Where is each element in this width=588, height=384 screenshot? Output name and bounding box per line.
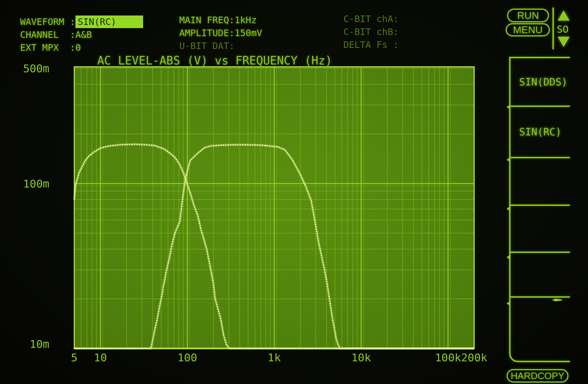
hardcopy-button[interactable]: HARDCOPY xyxy=(507,369,568,383)
run-button[interactable]: RUN xyxy=(507,9,549,22)
scroll-down-icon[interactable] xyxy=(558,37,570,47)
x-tick-label: 100 xyxy=(178,351,197,364)
softkey-empty-4[interactable] xyxy=(511,204,570,252)
softkey-menu: SIN(DDS)SIN(RC) xyxy=(509,57,570,362)
y-tick-label: 100m xyxy=(23,178,49,190)
softkey-empty-3[interactable] xyxy=(511,157,570,204)
softkey-empty-5[interactable] xyxy=(511,252,570,296)
scroll-separator-line xyxy=(552,7,554,49)
x-tick-label: 200k xyxy=(461,351,487,364)
x-tick-labels: 5101001k10k100k200k xyxy=(71,351,487,364)
softkey-sin-dds[interactable]: SIN(DDS) xyxy=(511,58,570,106)
frequency-response-chart: 5101001k10k100k200k500m100m10m xyxy=(0,0,588,384)
scroll-label: SO xyxy=(557,24,568,35)
softkey-empty-6[interactable] xyxy=(511,296,570,352)
x-tick-label: 5 xyxy=(71,351,77,364)
softkey-label: SIN(RC) xyxy=(519,126,562,138)
analyzer-screen: WAVEFORM :SIN(RC)CHANNEL :A&BEXT MPX :0 … xyxy=(0,0,588,384)
x-tick-label: 100k xyxy=(435,351,461,364)
y-tick-labels: 500m100m10m xyxy=(23,62,49,350)
x-tick-label: 10k xyxy=(351,351,371,364)
softkey-divider-notch-icon xyxy=(507,105,510,109)
softkey-divider-notch-icon xyxy=(507,157,510,162)
softkey-divider-notch-icon xyxy=(507,301,510,306)
x-tick-label: 1k xyxy=(268,351,281,364)
x-tick-label: 10 xyxy=(94,351,107,364)
y-tick-label: 10m xyxy=(30,338,49,350)
menu-button[interactable]: MENU xyxy=(506,23,550,36)
softkey-divider-notch-icon xyxy=(507,206,510,211)
softkey-label: SIN(DDS) xyxy=(519,76,568,88)
y-tick-label: 500m xyxy=(23,62,49,75)
softkey-divider-notch-icon xyxy=(507,255,510,260)
scroll-up-icon[interactable] xyxy=(558,10,570,21)
softkey-sin-rc[interactable]: SIN(RC) xyxy=(511,106,570,157)
cursor-mark-icon xyxy=(552,298,563,302)
